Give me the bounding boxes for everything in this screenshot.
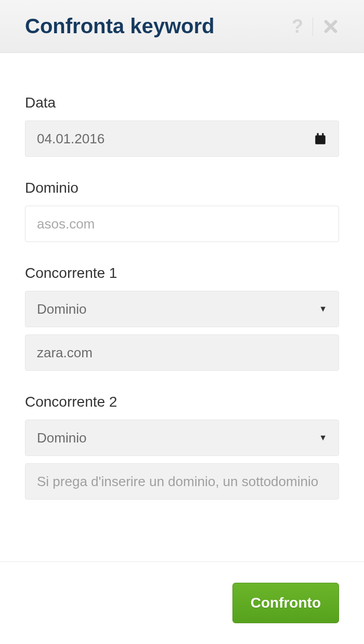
competitor1-input[interactable]: zara.com [25, 334, 339, 371]
dialog-header: Confronta keyword ? [0, 0, 364, 53]
competitor2-select-value: Dominio [37, 430, 86, 446]
dialog-footer: Confronto [0, 561, 364, 644]
chevron-down-icon: ▼ [319, 304, 327, 314]
dialog-title: Confronta keyword [25, 15, 214, 38]
header-actions: ? [292, 16, 339, 37]
date-label: Data [25, 95, 339, 111]
header-divider [313, 17, 313, 36]
competitor1-type-select[interactable]: Dominio ▼ [25, 291, 339, 327]
competitor1-label: Concorrente 1 [25, 265, 339, 281]
calendar-icon[interactable] [314, 132, 327, 145]
svg-rect-2 [315, 136, 326, 144]
domain-input[interactable] [37, 216, 327, 232]
date-input[interactable]: 04.01.2016 [25, 120, 339, 157]
competitor2-type-select[interactable]: Dominio ▼ [25, 420, 339, 456]
dialog-body: Data 04.01.2016 Dominio Concorrente 1 Do… [0, 53, 364, 543]
help-icon[interactable]: ? [292, 16, 303, 37]
competitor1-select-value: Dominio [37, 301, 86, 317]
close-icon[interactable] [322, 18, 339, 35]
competitor2-field-group: Concorrente 2 Dominio ▼ Si prega d'inser… [25, 394, 339, 500]
competitor2-input[interactable]: Si prega d'inserire un dominio, un sotto… [25, 463, 339, 500]
domain-field-group: Dominio [25, 180, 339, 242]
competitor2-label: Concorrente 2 [25, 394, 339, 410]
domain-label: Dominio [25, 180, 339, 196]
svg-rect-4 [322, 133, 323, 136]
competitor1-value: zara.com [37, 345, 327, 361]
date-value: 04.01.2016 [37, 131, 314, 147]
competitor2-placeholder: Si prega d'inserire un dominio, un sotto… [37, 474, 327, 490]
competitor1-field-group: Concorrente 1 Dominio ▼ zara.com [25, 265, 339, 371]
submit-button[interactable]: Confronto [232, 583, 339, 623]
svg-rect-3 [317, 133, 319, 136]
chevron-down-icon: ▼ [319, 433, 327, 442]
date-field-group: Data 04.01.2016 [25, 95, 339, 157]
domain-input-wrapper [25, 206, 339, 242]
